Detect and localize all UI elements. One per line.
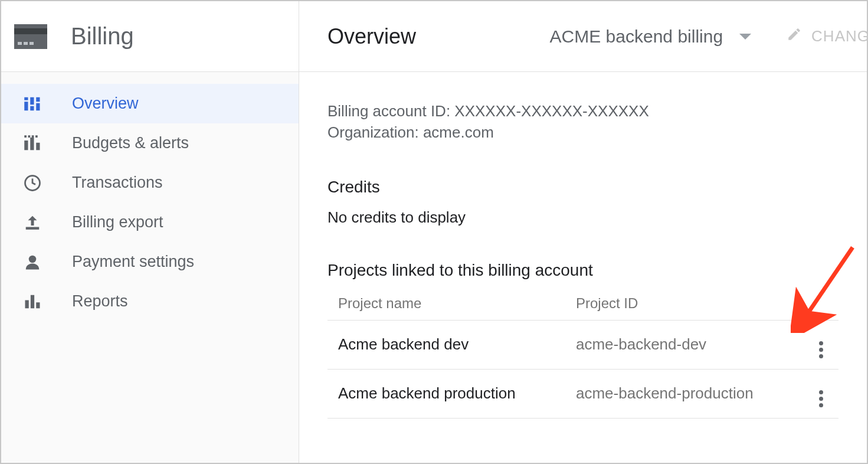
- col-project-name: Project name: [327, 287, 565, 321]
- more-options-icon[interactable]: [819, 390, 823, 407]
- svg-rect-21: [25, 300, 29, 308]
- nav-label: Transactions: [72, 174, 163, 192]
- col-actions: [803, 287, 838, 321]
- svg-point-20: [29, 255, 37, 263]
- app-frame: Billing Overview: [0, 0, 868, 464]
- project-name-cell: Acme backend production: [327, 369, 565, 418]
- svg-rect-0: [14, 24, 47, 49]
- project-id-cell: acme-backend-production: [565, 369, 803, 418]
- svg-rect-7: [30, 97, 34, 104]
- svg-rect-17: [35, 135, 38, 138]
- project-id-cell: acme-backend-dev: [565, 320, 803, 369]
- nav-label: Payment settings: [72, 253, 194, 271]
- svg-rect-3: [24, 42, 28, 45]
- projects-table: Project name Project ID Acme backend dev…: [327, 287, 838, 419]
- organization-line: Organization: acme.com: [327, 122, 838, 143]
- main: Overview ACME backend billing CHANG Bill…: [299, 1, 867, 463]
- billing-card-icon: [14, 24, 47, 49]
- credits-section-title: Credits: [327, 178, 838, 197]
- change-button-label: CHANG: [811, 27, 867, 45]
- bars-chart-icon: [24, 293, 41, 311]
- sidebar-title: Billing: [71, 23, 134, 50]
- svg-rect-14: [24, 135, 27, 138]
- svg-rect-16: [32, 135, 34, 138]
- org-label: Organization:: [327, 123, 423, 141]
- content: Billing account ID: XXXXXX-XXXXXX-XXXXXX…: [299, 72, 867, 419]
- sidebar-nav: Overview Budgets & alerts: [1, 72, 299, 321]
- svg-rect-8: [30, 106, 34, 110]
- svg-rect-11: [24, 140, 28, 150]
- nav-label: Budgets & alerts: [72, 134, 189, 152]
- main-header: Overview ACME backend billing CHANG: [299, 1, 867, 72]
- projects-section-title: Projects linked to this billing account: [327, 261, 838, 280]
- svg-rect-13: [36, 142, 40, 150]
- billing-id-value: XXXXXX-XXXXXX-XXXXXX: [454, 102, 648, 120]
- svg-rect-1: [14, 28, 47, 34]
- billing-account-selector[interactable]: ACME backend billing: [550, 27, 751, 47]
- nav-label: Overview: [72, 94, 139, 113]
- nav-label: Billing export: [72, 213, 163, 231]
- svg-rect-22: [31, 295, 34, 308]
- project-name-cell: Acme backend dev: [327, 320, 565, 369]
- svg-rect-2: [18, 42, 22, 45]
- clock-icon: [24, 174, 41, 192]
- svg-rect-10: [36, 103, 40, 110]
- svg-rect-23: [36, 302, 40, 308]
- budgets-bars-icon: [24, 135, 41, 152]
- pencil-icon: [787, 27, 802, 46]
- svg-rect-6: [24, 102, 28, 110]
- table-row: Acme backend dev acme-backend-dev: [327, 320, 838, 369]
- table-row: Acme backend production acme-backend-pro…: [327, 369, 838, 418]
- change-billing-account-button[interactable]: CHANG: [787, 27, 867, 46]
- nav-item-billing-export[interactable]: Billing export: [1, 202, 299, 242]
- upload-icon: [24, 214, 41, 231]
- nav-label: Reports: [72, 292, 128, 311]
- svg-rect-4: [30, 42, 34, 45]
- svg-rect-19: [26, 227, 40, 229]
- nav-item-budgets-alerts[interactable]: Budgets & alerts: [1, 123, 299, 163]
- svg-rect-12: [30, 138, 34, 150]
- org-value: acme.com: [423, 123, 494, 141]
- svg-rect-5: [24, 97, 28, 100]
- billing-id-label: Billing account ID:: [327, 102, 454, 120]
- billing-account-name: ACME backend billing: [550, 27, 723, 47]
- nav-item-reports[interactable]: Reports: [1, 282, 299, 321]
- sidebar: Billing Overview: [1, 1, 299, 463]
- sidebar-header: Billing: [1, 1, 299, 72]
- page-title: Overview: [327, 24, 416, 49]
- billing-account-id-line: Billing account ID: XXXXXX-XXXXXX-XXXXXX: [327, 100, 838, 122]
- svg-rect-9: [36, 97, 40, 102]
- chevron-down-icon: [739, 34, 751, 40]
- nav-item-overview[interactable]: Overview: [1, 84, 299, 123]
- person-icon: [24, 253, 41, 271]
- overview-bars-icon: [24, 95, 41, 113]
- nav-item-payment-settings[interactable]: Payment settings: [1, 242, 299, 282]
- svg-rect-15: [28, 135, 31, 138]
- col-project-id: Project ID: [565, 287, 803, 321]
- nav-item-transactions[interactable]: Transactions: [1, 163, 299, 202]
- credits-empty-message: No credits to display: [327, 208, 838, 227]
- more-options-icon[interactable]: [819, 341, 823, 358]
